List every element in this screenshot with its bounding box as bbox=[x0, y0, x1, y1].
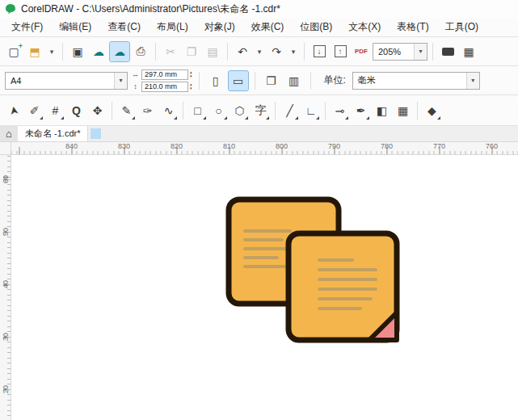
units-combobox[interactable]: 毫米 ▾ bbox=[352, 72, 480, 90]
undo-dropdown-button[interactable]: ▾ bbox=[254, 42, 265, 61]
show-grid-button[interactable]: ▦ bbox=[459, 42, 478, 61]
new-tab-button[interactable] bbox=[91, 128, 101, 139]
freehand-tool-icon: ✎ bbox=[122, 104, 132, 117]
undo-button[interactable]: ↶ bbox=[233, 42, 252, 61]
menu-text[interactable]: 文本(X) bbox=[340, 18, 389, 36]
flyout-icon bbox=[437, 116, 440, 120]
save-button[interactable]: ▣ bbox=[68, 42, 87, 61]
redo-dropdown-button[interactable]: ▾ bbox=[288, 42, 299, 61]
import-icon: ↓ bbox=[314, 45, 326, 57]
ruler-number: 790 bbox=[308, 142, 360, 150]
chevron-down-icon: ▾ bbox=[114, 73, 127, 89]
connector-tool[interactable]: ∟ bbox=[301, 100, 321, 121]
menu-view[interactable]: 查看(C) bbox=[99, 18, 149, 36]
menu-table[interactable]: 表格(T) bbox=[389, 18, 436, 36]
text-tool[interactable]: 字 bbox=[251, 100, 271, 121]
freehand-tool[interactable]: ✎ bbox=[116, 100, 137, 121]
bezier-tool-icon: ∿ bbox=[164, 104, 174, 117]
menu-bar: 文件(F) 编辑(E) 查看(C) 布局(L) 对象(J) 效果(C) 位图(B… bbox=[0, 18, 518, 37]
fullscreen-preview-button[interactable] bbox=[438, 42, 457, 61]
drawing-canvas[interactable] bbox=[11, 155, 518, 420]
menu-effects[interactable]: 效果(C) bbox=[243, 18, 293, 36]
outline-pen-tool[interactable]: ✒ bbox=[351, 100, 371, 121]
ruler-number: 830 bbox=[98, 142, 150, 150]
import-button[interactable]: ↓ bbox=[310, 42, 329, 61]
export-button[interactable]: ↑ bbox=[331, 42, 350, 61]
menu-bitmaps[interactable]: 位图(B) bbox=[292, 18, 340, 36]
ruler-row: 840830820810800790780770760 bbox=[0, 142, 518, 155]
document-tab[interactable]: 未命名 -1.cdr* bbox=[18, 126, 88, 141]
polygon-tool[interactable]: ⬡ bbox=[230, 100, 250, 121]
window-title: CorelDRAW - C:\Users\Administrator\Pictu… bbox=[21, 2, 280, 16]
flyout-icon bbox=[61, 116, 64, 120]
page-height-icon: ↕ bbox=[131, 82, 140, 90]
portrait-button[interactable]: ▯ bbox=[206, 71, 225, 90]
redo-button[interactable]: ↷ bbox=[267, 42, 286, 61]
landscape-button[interactable]: ▭ bbox=[229, 71, 248, 90]
crop-tool[interactable]: # bbox=[45, 100, 65, 121]
flyout-icon bbox=[366, 116, 369, 120]
menu-layout[interactable]: 布局(L) bbox=[149, 18, 196, 36]
print-button[interactable]: ⎙ bbox=[131, 42, 150, 61]
all-pages-button[interactable]: ❐ bbox=[262, 71, 281, 90]
menu-tools[interactable]: 工具(O) bbox=[437, 18, 486, 36]
shape-tool[interactable]: ✐ bbox=[24, 100, 44, 121]
flyout-icon bbox=[132, 116, 135, 120]
rectangle-tool[interactable]: □ bbox=[187, 100, 208, 121]
ruler-number: 30 bbox=[0, 311, 11, 363]
copy-button[interactable]: ❐ bbox=[182, 42, 201, 61]
cut-button[interactable]: ✂ bbox=[161, 42, 180, 61]
pan-tool[interactable]: ✥ bbox=[87, 100, 107, 121]
page-height-field[interactable] bbox=[141, 82, 188, 92]
new-document-button[interactable]: ▢ + bbox=[4, 42, 23, 61]
menu-file[interactable]: 文件(F) bbox=[3, 18, 51, 36]
cloud-download-icon: ☁ bbox=[93, 45, 104, 58]
vertical-ruler: 6050403020 bbox=[0, 155, 11, 420]
ruler-number: 770 bbox=[413, 142, 465, 150]
bezier-tool[interactable]: ∿ bbox=[158, 100, 179, 121]
document-tab-label: 未命名 -1.cdr* bbox=[25, 128, 80, 140]
smart-fill-tool[interactable]: ◧ bbox=[372, 100, 392, 121]
separator bbox=[227, 43, 228, 61]
line-tool[interactable]: ╱ bbox=[280, 100, 300, 121]
menu-edit[interactable]: 编辑(E) bbox=[51, 18, 99, 36]
open-folder-icon: ⬒ bbox=[29, 45, 40, 58]
page-size-combobox[interactable]: A4 ▾ bbox=[5, 72, 128, 90]
open-dropdown-button[interactable]: ▾ bbox=[46, 42, 57, 61]
current-page-icon: ▥ bbox=[288, 74, 299, 87]
flyout-icon bbox=[316, 116, 319, 120]
artistic-media-tool[interactable]: ✑ bbox=[137, 100, 158, 121]
ellipse-tool[interactable]: ○ bbox=[208, 100, 229, 121]
paste-button[interactable]: ▤ bbox=[203, 42, 222, 61]
flyout-icon bbox=[295, 116, 298, 120]
home-button[interactable]: ⌂ bbox=[0, 126, 18, 141]
height-spinner[interactable]: ▴ ▾ bbox=[190, 82, 192, 90]
chevron-down-icon: ▾ bbox=[258, 48, 262, 56]
zoom-tool[interactable]: Q bbox=[66, 100, 86, 121]
open-button[interactable]: ⬒ bbox=[25, 42, 44, 61]
redo-icon: ↷ bbox=[272, 45, 281, 58]
save-icon: ▣ bbox=[72, 45, 82, 58]
title-bar: CorelDRAW - C:\Users\Administrator\Pictu… bbox=[0, 0, 518, 18]
front-note-shape[interactable] bbox=[288, 233, 397, 340]
cloud-save-button[interactable]: ☁ bbox=[110, 42, 129, 61]
home-icon: ⌂ bbox=[6, 128, 12, 140]
export-icon: ↑ bbox=[335, 45, 347, 57]
page-width-field[interactable] bbox=[141, 69, 188, 80]
flyout-icon bbox=[224, 116, 227, 120]
sticky-notes-illustration[interactable] bbox=[221, 191, 407, 349]
horizontal-ruler: 840830820810800790780770760 bbox=[11, 142, 518, 155]
zoom-level-combobox[interactable]: 205% ▾ bbox=[373, 43, 427, 61]
artistic-media-tool-icon: ✑ bbox=[143, 104, 153, 117]
eyedropper-tool[interactable]: ⊸ bbox=[330, 100, 350, 121]
publish-pdf-button[interactable]: PDF bbox=[352, 42, 371, 61]
current-page-button[interactable]: ▥ bbox=[284, 71, 304, 90]
menu-object[interactable]: 对象(J) bbox=[196, 18, 243, 36]
line-tool-icon: ╱ bbox=[286, 104, 293, 117]
width-spinner[interactable]: ▴ ▾ bbox=[190, 70, 192, 78]
transparency-tool[interactable]: ▦ bbox=[393, 100, 413, 121]
chevron-down-icon: ▾ bbox=[50, 48, 54, 56]
pick-tool[interactable]: ➤ bbox=[3, 100, 23, 121]
interactive-fill-tool[interactable]: ◆ bbox=[422, 100, 442, 121]
cloud-open-button[interactable]: ☁ bbox=[89, 42, 108, 61]
